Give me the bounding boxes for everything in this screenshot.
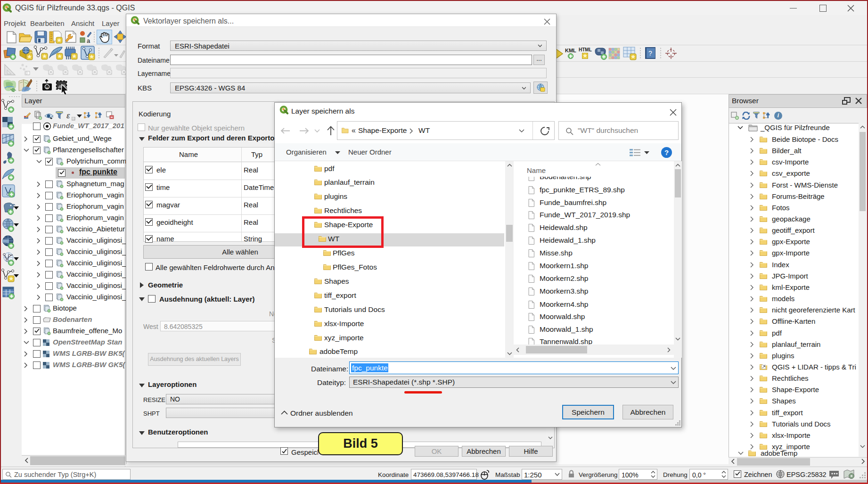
- svg-text:o: o: [46, 85, 49, 90]
- svg-text:a: a: [87, 37, 90, 43]
- svg-text:?: ?: [648, 49, 652, 57]
